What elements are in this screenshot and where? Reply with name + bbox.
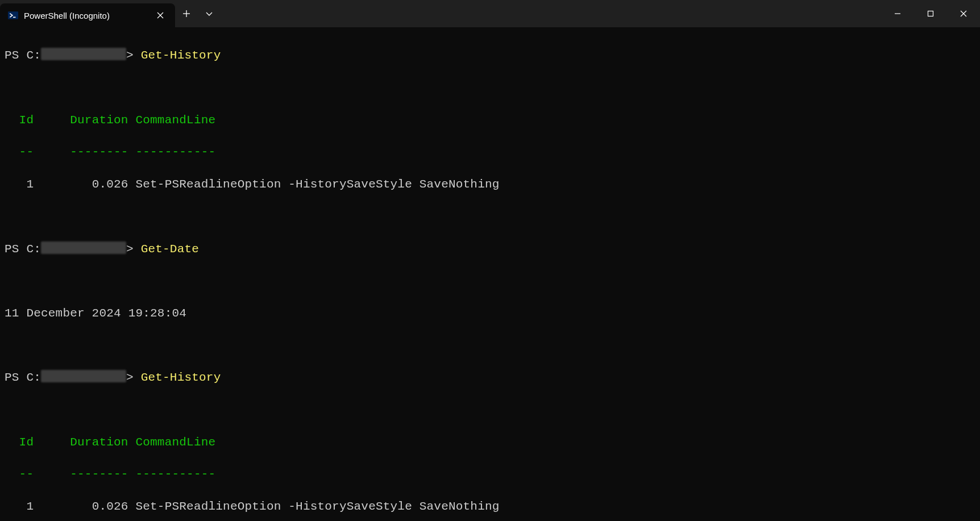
blank-line — [5, 338, 975, 354]
history-header-underline: -- -------- ----------- — [5, 144, 975, 160]
maximize-button[interactable] — [914, 0, 947, 27]
terminal-output[interactable]: PS C:> Get-History Id Duration CommandLi… — [0, 27, 980, 521]
command-text: Get-History — [141, 49, 221, 62]
history-header: Id Duration CommandLine — [5, 435, 975, 451]
close-window-button[interactable] — [947, 0, 980, 27]
titlebar-drag-region[interactable] — [221, 0, 881, 27]
history-row: 1 0.026 Set-PSReadlineOption -HistorySav… — [5, 499, 975, 515]
prompt-line: PS C:> Get-History — [5, 48, 975, 64]
window-controls — [881, 0, 980, 27]
prompt-line: PS C:> Get-History — [5, 370, 975, 386]
redacted-path — [41, 370, 126, 382]
tab-powershell[interactable]: PowerShell (Incognito) — [0, 3, 175, 27]
powershell-icon — [8, 10, 18, 20]
history-row: 1 0.026 Set-PSReadlineOption -HistorySav… — [5, 177, 975, 193]
history-header-underline: -- -------- ----------- — [5, 466, 975, 482]
tab-title: PowerShell (Incognito) — [24, 11, 142, 20]
prompt-prefix: PS C: — [5, 243, 41, 256]
date-output: 11 December 2024 19:28:04 — [5, 306, 975, 322]
prompt-gt: > — [126, 243, 134, 256]
blank-line — [5, 402, 975, 418]
prompt-prefix: PS C: — [5, 49, 41, 62]
minimize-button[interactable] — [881, 0, 914, 27]
prompt-prefix: PS C: — [5, 371, 41, 384]
svg-rect-7 — [928, 11, 933, 16]
command-text: Get-History — [141, 371, 221, 384]
titlebar: PowerShell (Incognito) — [0, 0, 980, 27]
new-tab-button[interactable] — [175, 0, 198, 27]
blank-line — [5, 273, 975, 289]
blank-line — [5, 80, 975, 96]
prompt-gt: > — [126, 371, 134, 384]
command-text: Get-Date — [141, 243, 199, 256]
close-tab-button[interactable] — [153, 9, 167, 22]
history-header: Id Duration CommandLine — [5, 112, 975, 128]
prompt-gt: > — [126, 49, 134, 62]
blank-line — [5, 209, 975, 225]
tab-dropdown-button[interactable] — [198, 0, 221, 27]
redacted-path — [41, 48, 126, 60]
redacted-path — [41, 241, 126, 254]
prompt-line: PS C:> Get-Date — [5, 241, 975, 257]
